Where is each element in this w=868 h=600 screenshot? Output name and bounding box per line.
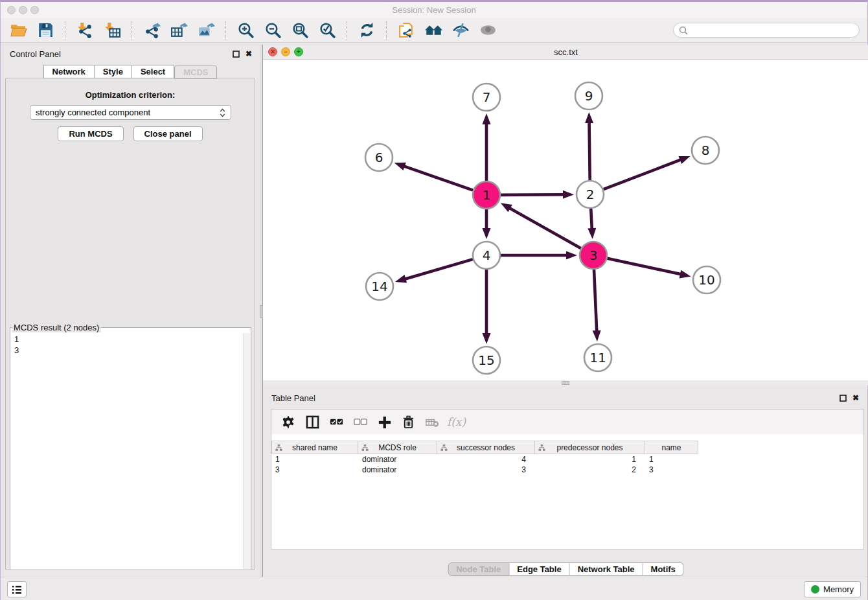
graph-edge-3-11[interactable] [593,270,601,341]
graph-edge-1-6[interactable] [394,163,474,190]
arrowhead-icon [483,228,491,239]
graph-node-7[interactable]: 7 [473,84,500,111]
table-row-2[interactable]: 3dominator323 [271,465,698,475]
task-history-button[interactable] [7,581,27,597]
hide-panels-button[interactable] [449,20,472,41]
tab-network-table[interactable]: Network Table [570,562,643,576]
arrowhead-icon [588,228,596,239]
save-button[interactable] [34,20,57,41]
graph-edge-4-15[interactable] [483,270,491,344]
zoom-selected-button[interactable] [315,20,339,41]
graph-edge-2-8[interactable] [604,156,691,189]
float-panel-icon[interactable] [233,51,240,58]
arrowhead-icon [680,270,691,279]
tab-style[interactable]: Style [95,65,132,78]
column-header-predecessor-nodes[interactable]: predecessor nodes [535,441,645,454]
tab-motifs[interactable]: Motifs [643,562,684,576]
result-scrollbar[interactable] [243,333,250,569]
control-panel-tabs: NetworkStyleSelectMCDS [1,65,260,79]
graph-node-11[interactable]: 11 [584,344,611,371]
memory-status-icon [811,585,819,594]
svg-text:6: 6 [375,150,383,165]
graph-node-3[interactable]: 3 [580,242,607,269]
graph-node-15[interactable]: 15 [473,347,500,374]
network-window-title: scc.txt [263,47,868,57]
close-panel-icon[interactable]: ✖ [246,50,252,58]
criterion-select[interactable]: strongly connected component [30,105,231,120]
graph-edge-1-7[interactable] [483,113,491,181]
graph-edge-1-4[interactable] [483,209,491,239]
open-button[interactable] [6,20,30,41]
cell-predecessor-nodes: 2 [535,465,645,475]
graph-node-1[interactable]: 1 [473,181,500,209]
select-all-button[interactable] [325,411,348,432]
add-row-button[interactable] [372,411,396,432]
export-network-button[interactable] [140,20,163,41]
graph-node-14[interactable]: 14 [366,273,393,300]
cell-predecessor-nodes: 1 [535,454,645,465]
column-header-MCDS-role[interactable]: MCDS role [358,441,437,454]
delete-row-icon [401,415,416,430]
table-row-1[interactable]: 1dominator411 [271,454,698,465]
close-table-panel-icon[interactable]: ✖ [852,394,859,402]
status-bar: Memory [1,577,867,600]
graph-node-8[interactable]: 8 [692,137,719,164]
export-table-button[interactable] [167,20,190,41]
graph-node-9[interactable]: 9 [575,82,602,110]
home-button[interactable] [422,20,445,41]
search-input[interactable] [691,26,859,35]
import-network-button[interactable] [73,20,97,41]
hide-panels-icon [452,21,470,39]
column-header-name[interactable]: name [645,441,698,454]
run-mcds-button[interactable]: Run MCDS [58,126,123,141]
graph-node-2[interactable]: 2 [577,181,604,208]
refresh-layout-button[interactable] [355,20,378,41]
float-table-panel-icon[interactable] [839,395,847,402]
tab-node-table[interactable]: Node Table [448,562,509,576]
zoom-in-icon [237,21,255,39]
columns-button[interactable] [301,411,325,432]
graph-node-6[interactable]: 6 [365,144,393,171]
criterion-value: strongly connected component [36,108,220,117]
window-title: Session: New Session [1,5,867,15]
graph-node-10[interactable]: 10 [693,266,720,294]
network-canvas[interactable]: 1234678910111415 [263,60,868,380]
graph-edge-3-1[interactable] [501,203,581,248]
cell-name: 3 [645,465,698,475]
column-header-shared-name[interactable]: shared name [271,441,358,454]
application-window: Session: New Session Control Panel ✖ Net… [0,0,868,600]
zoom-in-button[interactable] [234,20,257,41]
tab-network[interactable]: Network [43,65,95,78]
tab-mcds[interactable]: MCDS [174,65,217,79]
delete-row-button[interactable] [396,411,420,432]
graph-edge-4-14[interactable] [395,259,473,283]
horizontal-splitter[interactable] [263,380,868,386]
deselect-all-button[interactable] [348,411,372,432]
mcds-result-text[interactable]: 1 3 [12,332,242,568]
graph-edge-2-3[interactable] [588,209,596,239]
tab-select[interactable]: Select [132,65,174,78]
export-image-button[interactable] [194,20,218,41]
graph-edge-1-2[interactable] [501,190,574,199]
graph-edge-3-10[interactable] [608,259,691,279]
tab-edge-table[interactable]: Edge Table [509,562,569,576]
import-table-icon [104,21,121,39]
graph-edge-4-3[interactable] [501,251,577,260]
horizontal-splitter-grip[interactable] [562,381,569,385]
svg-text:10: 10 [698,272,714,288]
gear-button[interactable] [277,411,301,432]
memory-button[interactable]: Memory [804,581,861,597]
zoom-out-button[interactable] [261,20,284,41]
graph-edge-2-9[interactable] [585,112,593,180]
import-table-button[interactable] [100,20,124,41]
clone-network-icon [398,21,415,39]
graph-node-4[interactable]: 4 [473,242,500,269]
column-header-successor-nodes[interactable]: successor nodes [437,441,535,454]
close-panel-button[interactable]: Close panel [133,126,203,141]
arrowhead-icon [395,275,407,283]
svg-text:3: 3 [589,248,598,263]
clone-network-button[interactable] [394,20,418,41]
search-box [673,23,860,38]
arrowhead-icon [483,113,491,124]
zoom-fit-button[interactable] [288,20,312,41]
